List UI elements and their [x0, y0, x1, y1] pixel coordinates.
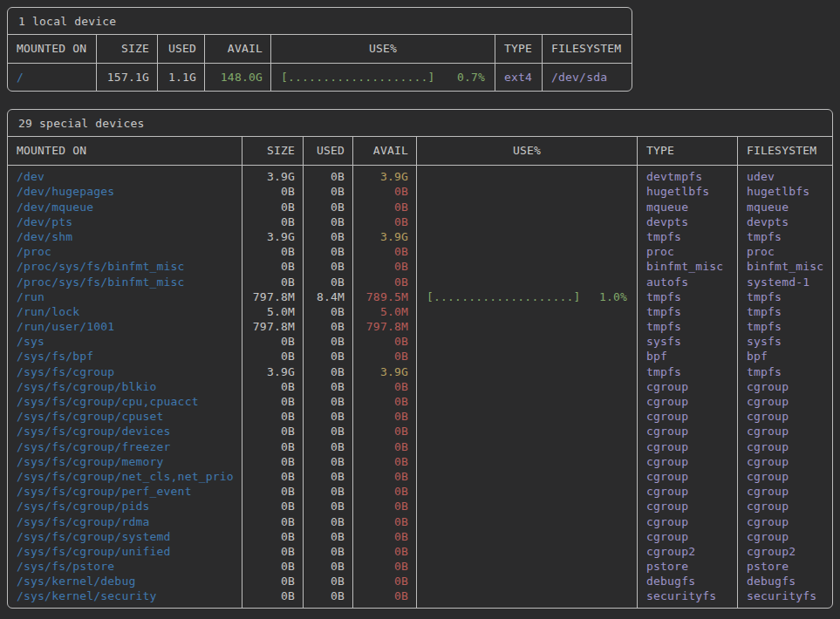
col-size: 3.9G0B0B0B3.9G0B0B0B797.8M5.0M797.8M0B0B…	[242, 166, 304, 607]
avail-cell: 0B	[353, 588, 416, 603]
use-cell	[417, 409, 637, 424]
avail-cell: 0B	[353, 379, 416, 394]
used-cell: 0B	[304, 409, 352, 424]
col-use: [....................]1.0%	[417, 166, 638, 607]
avail-cell: 0B	[353, 244, 416, 259]
col-mount: /dev/dev/hugepages/dev/mqueue/dev/pts/de…	[8, 166, 242, 607]
col-fs: udevhugetlbfsmqueuedevptstmpfsprocbinfmt…	[738, 166, 832, 607]
mount-cell: /sys/fs/cgroup/cpuset	[8, 409, 242, 424]
col-header-mount: MOUNTED ON	[8, 137, 242, 165]
mount-cell: /sys/fs/cgroup/devices	[8, 424, 242, 439]
mount-cell: /sys/fs/cgroup/systemd	[8, 529, 242, 544]
col-header-size: SIZE	[97, 35, 158, 63]
mount-cell: /sys/fs/cgroup/freezer	[8, 439, 242, 454]
avail-cell: 148.0G	[205, 70, 270, 85]
type-cell: tmpfs	[638, 319, 737, 334]
fs-cell: cgroup	[738, 484, 832, 499]
use-cell	[417, 499, 637, 514]
used-cell: 0B	[304, 499, 352, 514]
col-fs: /dev/sda	[543, 64, 632, 91]
col-header-mount: MOUNTED ON	[8, 35, 97, 63]
type-cell: mqueue	[638, 200, 737, 214]
used-cell: 8.4M	[304, 289, 352, 304]
size-cell: 0B	[242, 559, 303, 574]
fs-cell: cgroup	[738, 409, 832, 424]
used-cell: 0B	[304, 319, 352, 334]
use-cell	[417, 588, 637, 603]
fs-cell: tmpfs	[738, 319, 832, 334]
size-cell: 0B	[242, 184, 303, 199]
fs-cell: securityfs	[738, 588, 832, 603]
mount-cell: /sys/fs/cgroup/perf_event	[8, 484, 242, 499]
avail-cell: 0B	[353, 454, 416, 469]
used-cell: 0B	[304, 304, 352, 319]
usage-percent: 0.7%	[457, 70, 485, 85]
usage-percent: 1.0%	[599, 289, 627, 304]
use-cell	[417, 259, 637, 274]
use-cell	[417, 514, 637, 529]
size-cell: 0B	[242, 394, 303, 409]
fs-cell: devpts	[738, 214, 832, 229]
col-header-fs: FILESYSTEM	[543, 35, 632, 63]
avail-cell: 3.9G	[353, 169, 416, 184]
type-cell: cgroup	[638, 499, 737, 514]
use-cell	[417, 214, 637, 229]
type-cell: ext4	[495, 70, 542, 85]
fs-cell: cgroup	[738, 454, 832, 469]
mount-cell: /sys/fs/cgroup/blkio	[8, 379, 242, 394]
size-cell: 0B	[242, 574, 303, 588]
mount-cell: /run/user/1001	[8, 319, 242, 334]
used-cell: 0B	[304, 275, 352, 289]
size-cell: 0B	[242, 529, 303, 544]
size-cell: 0B	[242, 259, 303, 274]
type-cell: cgroup	[638, 379, 737, 394]
used-cell: 0B	[304, 379, 352, 394]
use-cell	[417, 379, 637, 394]
use-cell	[417, 184, 637, 199]
type-cell: cgroup	[638, 514, 737, 529]
type-cell: autofs	[638, 275, 737, 289]
type-cell: cgroup	[638, 484, 737, 499]
size-cell: 0B	[242, 424, 303, 439]
mount-cell: /dev/shm	[8, 229, 242, 244]
avail-cell: 0B	[353, 394, 416, 409]
size-cell: 0B	[242, 439, 303, 454]
type-cell: binfmt_misc	[638, 259, 737, 274]
used-cell: 0B	[304, 529, 352, 544]
use-cell: [....................]0.7%	[271, 70, 495, 85]
table-title: 1 local device	[8, 8, 632, 35]
use-cell	[417, 334, 637, 349]
type-cell: cgroup	[638, 409, 737, 424]
col-avail: 3.9G0B0B0B3.9G0B0B0B789.5M5.0M797.8M0B0B…	[353, 166, 417, 607]
use-cell	[417, 394, 637, 409]
fs-cell: mqueue	[738, 200, 832, 214]
size-cell: 0B	[242, 409, 303, 424]
mount-cell: /sys	[8, 334, 242, 349]
used-cell: 0B	[304, 259, 352, 274]
use-cell	[417, 424, 637, 439]
mount-cell: /dev/pts	[8, 214, 242, 229]
type-cell: cgroup2	[638, 544, 737, 559]
table-body: /dev/dev/hugepages/dev/mqueue/dev/pts/de…	[8, 166, 832, 607]
fs-cell: binfmt_misc	[738, 259, 832, 274]
table-body: /157.1G1.1G148.0G[....................]0…	[8, 64, 632, 91]
used-cell: 0B	[304, 559, 352, 574]
size-cell: 5.0M	[242, 304, 303, 319]
type-cell: devpts	[638, 214, 737, 229]
used-cell: 0B	[304, 349, 352, 364]
fs-cell: pstore	[738, 559, 832, 574]
avail-cell: 0B	[353, 499, 416, 514]
size-cell: 797.8M	[242, 319, 303, 334]
fs-cell: cgroup	[738, 469, 832, 484]
size-cell: 0B	[242, 484, 303, 499]
type-cell: devtmpfs	[638, 169, 737, 184]
used-cell: 0B	[304, 588, 352, 603]
size-cell: 0B	[242, 454, 303, 469]
fs-cell: cgroup	[738, 424, 832, 439]
used-cell: 0B	[304, 184, 352, 199]
col-header-used: USED	[158, 35, 205, 63]
use-cell: [....................]1.0%	[417, 289, 637, 304]
avail-cell: 0B	[353, 334, 416, 349]
avail-cell: 0B	[353, 484, 416, 499]
mount-cell: /sys/kernel/security	[8, 588, 242, 603]
